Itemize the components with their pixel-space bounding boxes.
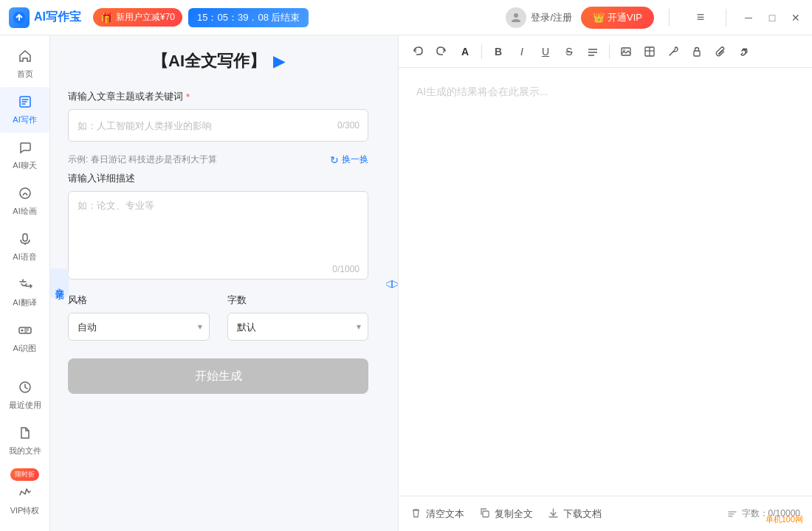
title-bar-right: 登录/注册 👑 开通VIP ≡ ─ □ ✕ (506, 7, 803, 29)
sidebar-label-ai-voice: AI语音 (13, 251, 36, 263)
style-label: 风格 (68, 294, 210, 307)
topic-input[interactable] (68, 109, 368, 142)
panel-title: 【AI全文写作】 ▶ (68, 50, 368, 72)
generate-button[interactable]: 开始生成 (68, 358, 368, 394)
bold-icon: B (495, 46, 502, 58)
svg-point-7 (21, 330, 23, 332)
app-logo: AI写作宝 (9, 7, 81, 28)
desc-label: 请输入详细描述 (68, 172, 368, 185)
vip-icon (18, 485, 32, 502)
vip-button[interactable]: 👑 开通VIP (581, 7, 654, 29)
crown-icon: 👑 (593, 12, 605, 23)
sidebar-bottom: 最近使用 我的文件 限时折 VIP特权 (0, 372, 49, 531)
italic-button[interactable]: I (512, 41, 532, 62)
main-content: 文件记录 【AI全文写作】 ▶ 请输入文章主题或者关键词 * 0/300 示例:… (50, 35, 812, 531)
sidebar-item-recent[interactable]: 最近使用 (0, 372, 49, 418)
login-text: 登录/注册 (531, 11, 572, 24)
attach-button[interactable] (710, 41, 731, 62)
svg-point-16 (623, 49, 625, 51)
undo-button[interactable] (407, 41, 428, 62)
trash-icon (410, 507, 422, 521)
maximize-button[interactable]: □ (765, 10, 780, 25)
brush-button[interactable] (663, 41, 684, 62)
file-records-tab[interactable]: 文件记录 (50, 268, 69, 298)
topic-section: 请输入文章主题或者关键词 * 0/300 (68, 90, 368, 142)
download-button[interactable]: 下载文档 (548, 507, 602, 521)
ai-draw-icon (18, 186, 32, 203)
clear-text-label: 清空文本 (426, 507, 464, 521)
sidebar-item-my-files[interactable]: 我的文件 (0, 418, 49, 464)
topic-label: 请输入文章主题或者关键词 * (68, 90, 368, 103)
options-row: 风格 自动 正式 轻松 幽默 ▾ 字数 默认 500字 (68, 294, 368, 341)
play-icon[interactable]: ▶ (273, 52, 284, 70)
examples-row: 示例: 春日游记 科技进步是否利大于算 ↻ 换一换 (68, 153, 368, 166)
watermark-text: 单机100网 (765, 515, 803, 524)
user-login[interactable]: 登录/注册 (506, 7, 572, 28)
sidebar-item-ai-write[interactable]: AI写作 (0, 87, 49, 133)
sidebar: 首页 AI写作 AI聊天 AI绘画 (0, 35, 50, 531)
minimize-button[interactable]: ─ (741, 10, 756, 25)
words-group: 字数 默认 500字 1000字 2000字 3000字 ▾ (227, 294, 369, 341)
sidebar-item-ai-translate[interactable]: AI翻译 (0, 270, 49, 316)
topic-char-count: 0/300 (337, 120, 359, 131)
strikethrough-button[interactable]: S (559, 41, 579, 62)
table-button[interactable] (639, 41, 660, 62)
words-select-wrapper: 默认 500字 1000字 2000字 3000字 ▾ (227, 313, 369, 341)
italic-icon: I (520, 46, 523, 58)
clear-text-button[interactable]: 清空文本 (410, 507, 464, 521)
desc-textarea[interactable] (68, 191, 368, 280)
right-panel: A B I U S (398, 35, 812, 531)
logo-text: AI写作宝 (34, 10, 81, 25)
copy-all-button[interactable]: 复制全文 (479, 507, 533, 521)
download-icon (548, 507, 559, 521)
close-button[interactable]: ✕ (788, 10, 803, 25)
panel-divider[interactable]: ◁▷ (386, 35, 398, 531)
strikethrough-icon: S (565, 46, 572, 58)
desc-char-count: 0/1000 (332, 264, 359, 274)
words-select[interactable]: 默认 500字 1000字 2000字 3000字 (227, 313, 369, 341)
editor-bottom: 清空文本 复制全文 下载文档 (399, 496, 812, 531)
topic-input-wrapper: 0/300 (68, 109, 368, 142)
font-color-button[interactable]: A (455, 41, 475, 62)
editor-area[interactable]: AI生成的结果将会在此展示... (399, 68, 812, 496)
left-panel: 文件记录 【AI全文写作】 ▶ 请输入文章主题或者关键词 * 0/300 示例:… (50, 35, 386, 531)
user-avatar (506, 7, 526, 28)
sidebar-item-vip[interactable]: 限时折 VIP特权 (0, 464, 49, 524)
underline-icon: U (542, 46, 549, 58)
link-button[interactable] (734, 41, 754, 62)
list-button[interactable] (582, 41, 603, 62)
refresh-button[interactable]: ↻ 换一换 (330, 153, 368, 166)
sidebar-label-ai-translate: AI翻译 (13, 297, 36, 308)
redo-button[interactable] (431, 41, 452, 62)
my-files-icon (18, 426, 32, 442)
ai-write-icon (18, 94, 32, 111)
copy-all-label: 复制全文 (495, 507, 533, 521)
title-bar: AI写作宝 🎁 新用户立减¥70 15：05：39．08 后结束 登录/注册 👑… (0, 0, 812, 35)
editor-placeholder: AI生成的结果将会在此展示... (416, 86, 548, 99)
sidebar-item-ai-voice[interactable]: AI语音 (0, 224, 49, 270)
style-select[interactable]: 自动 正式 轻松 幽默 (68, 313, 210, 341)
ai-chat-icon (18, 140, 32, 157)
lock-button[interactable] (687, 41, 707, 62)
refresh-label: 换一换 (342, 153, 368, 166)
svg-rect-21 (483, 511, 489, 517)
ai-mindmap-icon (18, 323, 32, 340)
promo-text: 新用户立减¥70 (116, 11, 175, 24)
sidebar-item-ai-chat[interactable]: AI聊天 (0, 133, 49, 178)
copy-icon (479, 507, 490, 521)
sidebar-item-ai-mindmap[interactable]: Ai识图 (0, 316, 49, 361)
watermark: 单机100网 (765, 514, 803, 525)
menu-button[interactable]: ≡ (690, 7, 711, 28)
underline-button[interactable]: U (535, 41, 556, 62)
promo-badge[interactable]: 🎁 新用户立减¥70 (93, 8, 182, 27)
image-button[interactable] (616, 41, 636, 62)
sidebar-label-ai-mindmap: Ai识图 (13, 343, 37, 354)
sidebar-label-ai-draw: AI绘画 (13, 206, 36, 217)
sidebar-item-home[interactable]: 首页 (0, 41, 49, 87)
required-star: * (186, 91, 190, 103)
sidebar-label-vip: VIP特权 (10, 505, 40, 516)
ai-translate-icon (18, 277, 32, 294)
bold-button[interactable]: B (488, 41, 509, 62)
sidebar-label-home: 首页 (17, 69, 33, 80)
sidebar-item-ai-draw[interactable]: AI绘画 (0, 178, 49, 224)
